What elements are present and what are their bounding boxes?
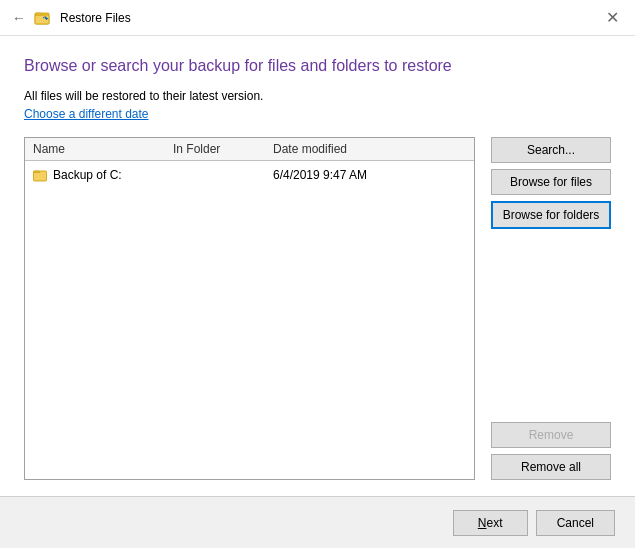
file-table: Name In Folder Date modified Backup of C… [24, 137, 475, 480]
close-button[interactable]: ✕ [602, 8, 623, 28]
cancel-button[interactable]: Cancel [536, 510, 615, 536]
remove-button[interactable]: Remove [491, 422, 611, 448]
title-bar-title: Restore Files [60, 11, 131, 25]
title-bar: ← Restore Files ✕ [0, 0, 635, 36]
col-header-name: Name [33, 142, 173, 156]
back-button[interactable]: ← [12, 10, 26, 26]
bottom-bar: Next Cancel [0, 496, 635, 548]
app-icon [34, 9, 52, 27]
row-name: Backup of C: [33, 168, 173, 182]
page-heading: Browse or search your backup for files a… [24, 56, 611, 77]
folder-icon [33, 168, 49, 182]
row-name-text: Backup of C: [53, 168, 122, 182]
browse-folders-button[interactable]: Browse for folders [491, 201, 611, 229]
row-date: 6/4/2019 9:47 AM [273, 168, 466, 182]
table-body: Backup of C: 6/4/2019 9:47 AM [25, 161, 474, 479]
browse-files-button[interactable]: Browse for files [491, 169, 611, 195]
main-panel: Name In Folder Date modified Backup of C… [24, 137, 611, 480]
buttons-panel: Search... Browse for files Browse for fo… [491, 137, 611, 480]
search-button[interactable]: Search... [491, 137, 611, 163]
next-button[interactable]: Next [453, 510, 528, 536]
title-bar-left: ← Restore Files [12, 9, 131, 27]
next-underline: Next [478, 516, 503, 530]
col-header-folder: In Folder [173, 142, 273, 156]
col-header-date: Date modified [273, 142, 466, 156]
choose-date-link[interactable]: Choose a different date [24, 107, 611, 121]
next-label-rest: ext [486, 516, 502, 530]
info-text: All files will be restored to their late… [24, 89, 611, 103]
table-header: Name In Folder Date modified [25, 138, 474, 161]
table-row[interactable]: Backup of C: 6/4/2019 9:47 AM [25, 165, 474, 185]
main-content: Browse or search your backup for files a… [0, 36, 635, 496]
remove-all-button[interactable]: Remove all [491, 454, 611, 480]
